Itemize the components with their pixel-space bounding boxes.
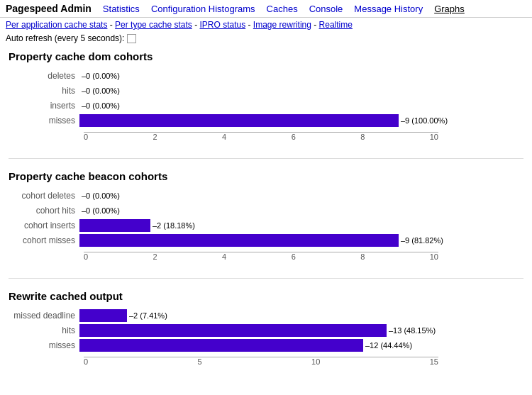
bar-value-cohort-misses: –9 (81.82%) xyxy=(401,236,443,245)
x-tick-b4: 4 xyxy=(222,252,226,261)
bar-value-missed-deadline: –2 (7.41%) xyxy=(129,311,167,320)
subnav-sep3: - xyxy=(245,20,253,30)
bar-label-cohort-deletes: cohort deletes xyxy=(9,191,79,201)
x-tick-8: 8 xyxy=(360,133,365,141)
bar-row-cohort-inserts: cohort inserts –2 (18.18%) xyxy=(9,219,523,232)
x-tick-b10: 10 xyxy=(430,252,438,261)
x-tick-b6: 6 xyxy=(292,252,296,261)
x-tick-10: 10 xyxy=(430,133,438,141)
nav-caches[interactable]: Caches xyxy=(267,4,298,14)
bar-row-misses-rw: misses –12 (44.44%) xyxy=(9,339,523,352)
bar-row-cohort-misses: cohort misses –9 (81.82%) xyxy=(9,234,523,247)
bar-label-hits-rw: hits xyxy=(9,326,79,335)
bar-row-missed-deadline: missed deadline –2 (7.41%) xyxy=(9,309,523,322)
bar-hits-rw xyxy=(79,324,387,337)
chart-beacon-cohorts: Property cache beacon cohorts cohort del… xyxy=(9,170,523,261)
chart-rewrite-cached: Rewrite cached output missed deadline –2… xyxy=(9,290,523,366)
bar-label-deletes: deletes xyxy=(9,71,79,81)
subnav-ipro[interactable]: IPRO status xyxy=(200,20,246,30)
x-tick-b0: 0 xyxy=(84,252,88,261)
bar-cohort-inserts xyxy=(79,219,150,232)
x-tick-4: 4 xyxy=(222,133,226,141)
x-tick-b2: 2 xyxy=(153,252,157,261)
bar-label-hits: hits xyxy=(9,86,79,96)
x-tick-0: 0 xyxy=(84,133,88,141)
x-tick-c15: 15 xyxy=(430,357,438,366)
bar-label-missed-deadline: missed deadline xyxy=(9,311,79,321)
nav-bar: Pagespeed Admin Statistics Configuration… xyxy=(0,0,532,18)
x-tick-2: 2 xyxy=(153,133,157,141)
bar-row-cohort-hits: cohort hits –0 (0.00%) xyxy=(9,204,523,217)
x-tick-6: 6 xyxy=(292,133,296,141)
subnav-per-app-cache[interactable]: Per application cache stats xyxy=(6,20,107,30)
bar-misses-rw xyxy=(79,339,363,352)
chart-dom-cohorts: Property cache dom cohorts deletes –0 (0… xyxy=(9,50,523,141)
x-tick-c10: 10 xyxy=(311,357,320,366)
bar-value-inserts: –0 (0.00%) xyxy=(82,101,120,110)
bar-value-misses: –9 (100.00%) xyxy=(401,116,448,125)
bar-label-cohort-misses: cohort misses xyxy=(9,235,79,245)
bar-value-hits: –0 (0.00%) xyxy=(82,87,120,95)
bar-label-misses-rw: misses xyxy=(9,340,79,350)
bar-misses xyxy=(79,114,399,127)
auto-refresh-label: Auto refresh (every 5 seconds): xyxy=(6,33,124,43)
divider-2 xyxy=(9,278,523,279)
nav-config-histograms[interactable]: Configuration Histograms xyxy=(151,4,255,14)
app-title: Pagespeed Admin xyxy=(6,3,92,14)
subnav-sep2: - xyxy=(192,20,200,30)
bar-row-inserts: inserts –0 (0.00%) xyxy=(9,99,523,112)
divider-1 xyxy=(9,158,523,159)
chart-dom-cohorts-title: Property cache dom cohorts xyxy=(9,50,523,62)
bar-value-cohort-inserts: –2 (18.18%) xyxy=(153,221,195,230)
subnav-image-rewriting[interactable]: Image rewriting xyxy=(253,20,311,30)
bar-row-cohort-deletes: cohort deletes –0 (0.00%) xyxy=(9,189,523,202)
bar-value-cohort-hits: –0 (0.00%) xyxy=(82,206,120,215)
subnav-sep4: - xyxy=(311,20,319,30)
bar-row-hits: hits –0 (0.00%) xyxy=(9,84,523,97)
x-tick-b8: 8 xyxy=(360,252,365,261)
auto-refresh-bar: Auto refresh (every 5 seconds): xyxy=(0,32,532,45)
bar-value-hits-rw: –13 (48.15%) xyxy=(389,326,436,335)
bar-row-misses: misses –9 (100.00%) xyxy=(9,114,523,127)
nav-statistics[interactable]: Statistics xyxy=(103,4,140,14)
bar-value-deletes: –0 (0.00%) xyxy=(82,72,120,80)
bar-value-cohort-deletes: –0 (0.00%) xyxy=(82,191,120,200)
auto-refresh-checkbox[interactable] xyxy=(127,34,136,43)
bar-cohort-misses xyxy=(79,234,399,247)
nav-console[interactable]: Console xyxy=(309,4,343,14)
nav-graphs[interactable]: Graphs xyxy=(434,4,465,14)
chart-rewrite-cached-title: Rewrite cached output xyxy=(9,290,523,302)
x-tick-c5: 5 xyxy=(198,357,202,366)
x-tick-c0: 0 xyxy=(84,357,88,366)
subnav-realtime[interactable]: Realtime xyxy=(319,20,353,30)
bar-missed-deadline xyxy=(79,309,127,322)
bar-row-hits-rw: hits –13 (48.15%) xyxy=(9,324,523,337)
bar-value-misses-rw: –12 (44.44%) xyxy=(365,341,412,350)
bar-row-deletes: deletes –0 (0.00%) xyxy=(9,69,523,82)
chart-beacon-cohorts-title: Property cache beacon cohorts xyxy=(9,170,523,182)
nav-message-history[interactable]: Message History xyxy=(354,4,423,14)
subnav-sep1: - xyxy=(107,20,115,30)
bar-label-cohort-hits: cohort hits xyxy=(9,206,79,216)
bar-label-inserts: inserts xyxy=(9,101,79,111)
subnav-per-type-cache[interactable]: Per type cache stats xyxy=(115,20,192,30)
sub-nav: Per application cache stats - Per type c… xyxy=(0,18,532,32)
main-content: Property cache dom cohorts deletes –0 (0… xyxy=(0,45,532,389)
bar-label-cohort-inserts: cohort inserts xyxy=(9,221,79,230)
bar-label-misses: misses xyxy=(9,116,79,126)
